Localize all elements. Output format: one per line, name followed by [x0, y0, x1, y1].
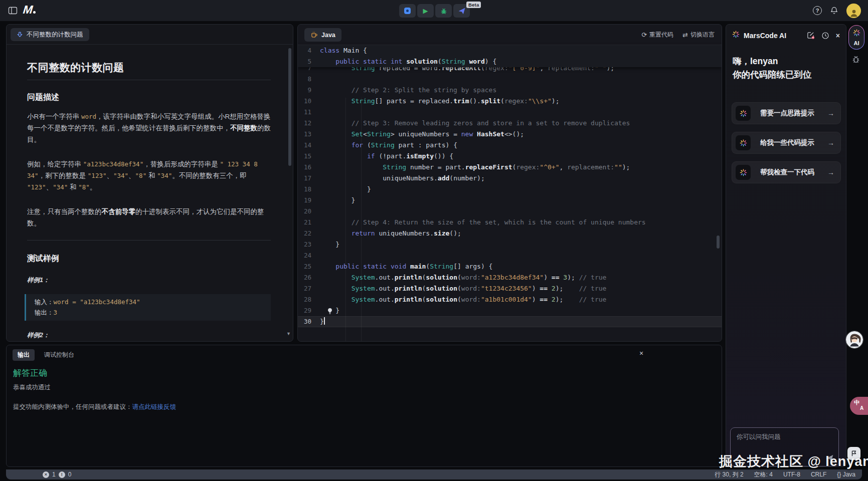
sample-label: 样例1：	[27, 276, 271, 285]
ai-greeting: 嗨，lenyan 你的代码陪练已到位	[733, 55, 812, 82]
code-line[interactable]: 7 String replaced = word.replaceAll(rege…	[298, 67, 722, 74]
language-tab[interactable]: Java	[304, 28, 341, 42]
problem-tab-label: 不同整数的计数问题	[27, 31, 83, 39]
reset-code-button[interactable]: ⟳ 重置代码	[641, 31, 673, 39]
sticky-lines: 4class Main {5 public static int solutio…	[298, 45, 722, 67]
code-line[interactable]: 18 }	[298, 184, 722, 195]
cursor-position[interactable]: 行 30, 列 2	[715, 470, 743, 479]
run-button[interactable]: ▶	[417, 4, 434, 18]
code-line[interactable]: 30}	[298, 316, 722, 327]
code-line[interactable]: 8	[298, 74, 722, 85]
code-line[interactable]: 29 }	[298, 305, 722, 316]
ai-suggestion-card[interactable]: 帮我检查一下代码→	[732, 161, 841, 183]
notifications-bell-icon[interactable]	[830, 6, 838, 15]
ai-title: MarsCode AI	[744, 32, 802, 40]
problem-content: 不同整数的计数问题 问题描述 小R有一个字符串 word，该字符串由数字和小写英…	[7, 45, 293, 342]
code-line[interactable]: 9 // Step 2: Split the string by spaces	[298, 85, 722, 96]
problem-paragraph: 注意，只有当两个整数的不含前导零的十进制表示不同，才认为它们是不同的整数。	[27, 206, 271, 229]
sparkle-icon	[736, 135, 751, 150]
warning-count: 0	[68, 471, 72, 478]
tab-output[interactable]: 输出	[13, 349, 35, 361]
watermark: 掘金技术社区 @ lenyan	[719, 452, 868, 470]
help-icon[interactable]: ?	[813, 6, 822, 15]
code-line[interactable]: 14 for (String part : parts) {	[298, 140, 722, 151]
tab-debug-console[interactable]: 调试控制台	[44, 351, 74, 359]
problem-tab[interactable]: 不同整数的计数问题	[11, 28, 89, 41]
code-line[interactable]: 28 System.out.println(solution(word:"a1b…	[298, 294, 722, 305]
code-line[interactable]: 11	[298, 107, 722, 118]
assistant-avatar[interactable]	[846, 331, 863, 348]
sparkle-icon	[736, 165, 751, 180]
chat-placeholder: 你可以问我问题	[737, 433, 781, 441]
arrow-right-icon: →	[827, 139, 834, 147]
sample-code-block: 输入：word = "a123bc34d8ef34"输出：3	[25, 294, 271, 321]
editor-panel: Java ⟳ 重置代码 ⇄ 切换语言 4class Main {5 public…	[297, 24, 722, 342]
feedback-line: 提交功能内测体验中，任何问题或者建议：请点此链接反馈	[13, 403, 722, 411]
code-line[interactable]: 12 // Step 3: Remove leading zeros and s…	[298, 118, 722, 129]
logo-m-glyph: M	[23, 3, 34, 17]
code-line[interactable]: 22 return uniqueNumbers.size();	[298, 228, 722, 239]
ai-header: MarsCode AI ×	[726, 25, 846, 40]
code-area[interactable]: 4class Main {5 public static int solutio…	[298, 45, 722, 341]
debug-sidebar-icon[interactable]	[851, 54, 861, 64]
panel-toggle-icon[interactable]	[8, 7, 18, 15]
user-avatar[interactable]	[846, 4, 861, 18]
code-line[interactable]: 5 public static int solution(String word…	[298, 56, 722, 67]
new-chat-icon[interactable]	[806, 31, 815, 40]
lightbulb-icon[interactable]	[326, 307, 333, 314]
ai-sidebar-button[interactable]: AI	[848, 25, 864, 50]
divider	[27, 80, 271, 80]
ai-suggestion-card[interactable]: 需要一点思路提示→	[732, 102, 841, 124]
bug-icon	[440, 7, 448, 15]
avatar-image	[846, 331, 863, 348]
result-subtitle: 恭喜成功通过	[13, 383, 722, 392]
close-output-icon[interactable]: ×	[639, 349, 643, 357]
code-line[interactable]: 4class Main {	[298, 45, 722, 56]
ai-suggestion-card[interactable]: 给我一些代码提示→	[732, 132, 841, 154]
marscode-logo[interactable]: M	[23, 3, 36, 17]
editor-scrollbar[interactable]	[717, 235, 720, 249]
debug-button[interactable]	[435, 4, 452, 18]
samples-heading: 测试样例	[27, 254, 271, 264]
encoding[interactable]: UTF-8	[783, 471, 800, 478]
history-clock-icon[interactable]	[821, 32, 829, 40]
translate-button[interactable]: 中 A	[850, 397, 868, 415]
code-line[interactable]: 25 public static void main(String[] args…	[298, 261, 722, 272]
code-line[interactable]: 20	[298, 206, 722, 217]
editor-header: Java ⟳ 重置代码 ⇄ 切换语言	[298, 25, 722, 45]
switch-language-button[interactable]: ⇄ 切换语言	[682, 31, 715, 39]
text-cursor	[324, 317, 325, 325]
code-line[interactable]: 17 uniqueNumbers.add(number);	[298, 173, 722, 184]
arrow-right-icon: →	[827, 109, 834, 117]
problem-scrollbar[interactable]	[288, 48, 291, 166]
result-status: 解答正确	[13, 367, 722, 379]
close-ai-panel-icon[interactable]: ×	[836, 32, 840, 40]
code-line[interactable]: 16 String number = part.replaceFirst(reg…	[298, 162, 722, 173]
code-line[interactable]: 15 if (!part.isEmpty()) {	[298, 151, 722, 162]
submit-button[interactable]: Beta	[453, 4, 470, 18]
divider	[27, 240, 271, 241]
code-line[interactable]: 13 Set<String> uniqueNumbers = new HashS…	[298, 129, 722, 140]
sparkle-icon	[736, 106, 751, 121]
code-line[interactable]: 10 String[] parts = replaced.trim().spli…	[298, 96, 722, 107]
code-line[interactable]: 19 }	[298, 195, 722, 206]
braces-icon: {}	[837, 471, 841, 478]
play-icon: ▶	[423, 8, 428, 14]
code-line[interactable]: 23 }	[298, 239, 722, 250]
code-line[interactable]: 21 // Step 4: Return the size of the set…	[298, 217, 722, 228]
feedback-link[interactable]: 请点此链接反馈	[132, 403, 177, 410]
error-count: 1	[52, 471, 56, 478]
self-test-button[interactable]	[399, 4, 416, 18]
scroll-down-icon[interactable]: ▼	[286, 331, 291, 336]
code-line[interactable]: 26 System.out.println(solution(word:"a12…	[298, 272, 722, 283]
problem-header: 不同整数的计数问题	[7, 25, 293, 45]
code-line[interactable]: 24	[298, 250, 722, 261]
indentation[interactable]: 空格: 4	[754, 470, 773, 479]
top-bar: M ▶ Beta ?	[0, 0, 868, 21]
sample-label: 样例2：	[27, 331, 271, 340]
language-mode[interactable]: {} Java	[837, 471, 855, 478]
problems-status[interactable]: × 1 ! 0	[43, 469, 71, 479]
code-line[interactable]: 27 System.out.println(solution(word:"t12…	[298, 283, 722, 294]
eol-sequence[interactable]: CRLF	[811, 471, 826, 478]
status-bar: × 1 ! 0 行 30, 列 2 空格: 4 UTF-8 CRLF {} Ja…	[6, 469, 862, 479]
